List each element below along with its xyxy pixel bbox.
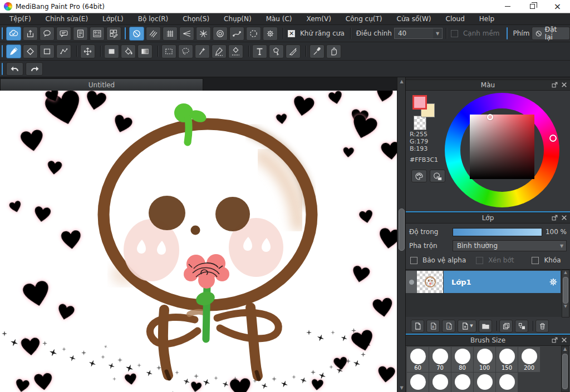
brush-size-150[interactable]: 150 <box>496 347 518 372</box>
snap-settings-button[interactable] <box>263 27 278 41</box>
material-panel-button[interactable] <box>106 27 121 41</box>
snap-ellipse-button[interactable] <box>246 27 261 41</box>
hue-selector[interactable] <box>549 135 557 142</box>
sv-selector[interactable] <box>487 114 493 120</box>
new-folder-button[interactable] <box>479 320 492 333</box>
tool-lasso[interactable] <box>178 44 193 58</box>
snap-concentric-button[interactable] <box>213 27 228 41</box>
canvas-scrollbar[interactable]: ▲ ▼ <box>397 77 405 392</box>
clipping-checkbox[interactable] <box>476 257 483 264</box>
menu-item-11[interactable]: Cloud <box>439 13 472 25</box>
menu-item-6[interactable]: Chụp(N) <box>217 13 259 25</box>
lock-group[interactable]: Khóa <box>530 256 563 264</box>
minimize-button[interactable] <box>495 0 520 13</box>
menu-item-9[interactable]: Công cụ(T) <box>338 13 390 25</box>
menu-item-3[interactable]: Lớp(L) <box>95 13 131 25</box>
soft-edge-checkbox[interactable] <box>451 30 458 37</box>
tool-polyline[interactable] <box>56 44 71 58</box>
tool-select-pen[interactable] <box>212 44 227 58</box>
canvas-scrollbar-thumb[interactable] <box>399 209 405 251</box>
antialias-checkbox[interactable]: ✕ <box>288 30 295 37</box>
popout-icon[interactable] <box>551 81 558 88</box>
message-button[interactable] <box>56 27 71 41</box>
snap-off-button[interactable] <box>129 27 144 41</box>
add-layer-menu-button[interactable]: ▼ <box>458 320 476 333</box>
delete-layer-button[interactable] <box>535 320 549 333</box>
add-palette-button[interactable] <box>430 170 445 182</box>
close-icon[interactable] <box>561 336 568 344</box>
new-1bit-layer-button[interactable] <box>442 320 455 333</box>
tool-hand[interactable] <box>326 44 341 58</box>
close-button[interactable]: × <box>545 0 570 13</box>
canvas[interactable] <box>0 91 397 392</box>
tool-bucket[interactable] <box>121 44 136 58</box>
close-icon[interactable] <box>561 214 568 221</box>
brush-size-cell[interactable] <box>451 373 473 392</box>
tool-shape[interactable] <box>40 44 55 58</box>
blend-mode-dropdown[interactable]: Bình thường ▼ <box>453 240 567 251</box>
layer-row-selected[interactable]: Lớp1 <box>406 271 561 293</box>
tool-magic-wand[interactable] <box>195 44 210 58</box>
foreground-color-swatch[interactable] <box>412 95 427 110</box>
hue-wheel[interactable] <box>445 93 559 207</box>
layer-list-scrollbar[interactable]: ▲ ▼ <box>562 270 569 317</box>
scroll-up-icon[interactable]: ▲ <box>562 270 569 276</box>
antialias-checkbox-group[interactable]: ✕ Khử răng cưa <box>287 29 347 37</box>
scroll-down-icon[interactable]: ▼ <box>397 384 406 392</box>
close-icon[interactable] <box>561 81 568 88</box>
cloud-sync-button[interactable] <box>6 27 21 41</box>
tool-fill-rect[interactable] <box>104 44 119 58</box>
snap-cross-button[interactable] <box>163 27 178 41</box>
tool-text[interactable] <box>252 44 267 58</box>
tool-gradient[interactable] <box>137 44 153 58</box>
brush-size-100[interactable]: 100 <box>474 347 495 372</box>
snap-vanish-button[interactable] <box>179 27 194 41</box>
menu-item-5[interactable]: Chọn(S) <box>175 13 217 25</box>
brush-size-cell[interactable] <box>407 373 429 392</box>
snap-curve-button[interactable] <box>229 27 244 41</box>
layer-settings-button[interactable] <box>546 277 561 287</box>
snap-radial-button[interactable] <box>196 27 211 41</box>
brush-size-cell[interactable] <box>496 373 518 392</box>
menu-item-10[interactable]: Cửa sổ(W) <box>390 13 439 25</box>
menu-item-12[interactable]: Help <box>472 13 502 25</box>
tool-brush[interactable] <box>6 44 21 58</box>
scroll-up-icon[interactable]: ▲ <box>397 77 406 86</box>
protect-alpha-checkbox[interactable] <box>410 257 417 264</box>
brush-size-80[interactable]: 80 <box>451 347 473 372</box>
lock-checkbox[interactable] <box>532 257 539 264</box>
restore-button[interactable] <box>520 0 545 13</box>
menu-item-2[interactable]: Chỉnh sửa(E) <box>38 13 96 25</box>
scroll-down-icon[interactable]: ▼ <box>562 304 569 309</box>
brush-size-cell[interactable] <box>474 373 495 392</box>
snap-parallel-button[interactable] <box>146 27 161 41</box>
reset-button[interactable]: Đặt lại <box>532 27 570 40</box>
protect-alpha-group[interactable]: Bảo vệ alpha <box>409 256 468 264</box>
tool-select-eraser[interactable] <box>228 44 243 58</box>
scrollbar-thumb[interactable] <box>563 277 568 304</box>
soft-edge-checkbox-group[interactable]: Cạnh mềm <box>450 29 502 37</box>
menu-item-7[interactable]: Màu (C) <box>259 13 299 25</box>
brush-size-200[interactable]: 200 <box>518 347 540 372</box>
transparent-color-swatch[interactable] <box>414 116 426 130</box>
document-button[interactable] <box>73 27 88 41</box>
canvas-tab[interactable]: Untitled <box>0 78 203 91</box>
opacity-slider[interactable] <box>453 228 542 236</box>
tool-divide[interactable] <box>286 44 301 58</box>
brush-size-70[interactable]: 70 <box>429 347 451 372</box>
menu-item-1[interactable]: Tệp(F) <box>2 13 38 25</box>
merge-layer-button[interactable] <box>515 320 528 333</box>
comment-button[interactable] <box>40 27 55 41</box>
brush-scrollbar[interactable]: ▲ <box>561 346 569 392</box>
correction-dropdown[interactable]: 40 ▼ <box>394 28 443 39</box>
brush-size-cell[interactable] <box>429 373 451 392</box>
scrollbar-thumb[interactable] <box>562 354 568 389</box>
tool-eyedropper[interactable] <box>309 44 325 58</box>
redo-button[interactable] <box>26 62 43 76</box>
tool-select[interactable] <box>161 44 176 58</box>
clipping-group[interactable]: Xén bớt <box>475 256 516 264</box>
duplicate-layer-button[interactable] <box>499 320 513 333</box>
saturation-value-square[interactable] <box>470 115 534 179</box>
menu-item-8[interactable]: Xem(V) <box>299 13 338 25</box>
publish-button[interactable] <box>23 27 38 41</box>
